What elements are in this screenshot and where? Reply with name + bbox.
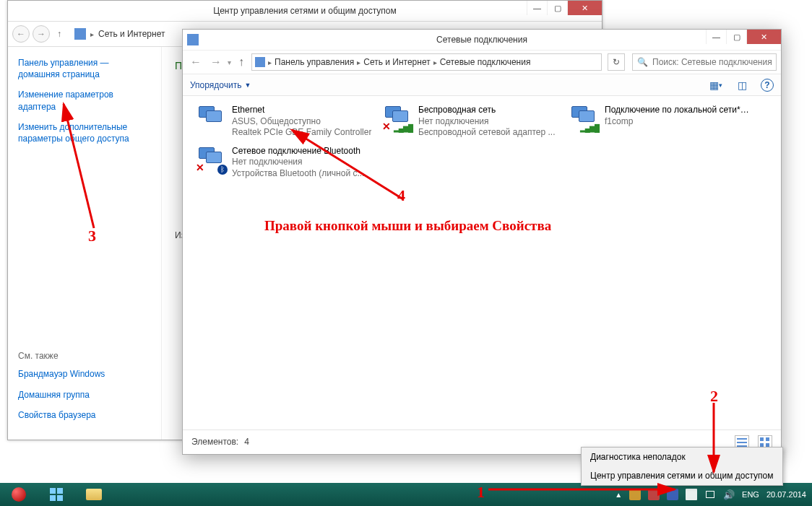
search-icon: 🔍 bbox=[637, 57, 648, 67]
system-tray: ▲ 🔊 ENG 20.07.2014 bbox=[609, 489, 812, 500]
window-titlebar[interactable]: Центр управления сетями и общим доступом… bbox=[8, 1, 602, 21]
connection-status: ASUS, Общедоступно bbox=[232, 116, 371, 128]
chevron-down-icon: ▼ bbox=[244, 82, 251, 89]
connection-name: Беспроводная сеть bbox=[418, 105, 556, 116]
forward-button[interactable]: → bbox=[33, 25, 50, 43]
connection-icon bbox=[196, 105, 226, 132]
sidebar-link-home[interactable]: Панель управления — домашняя страница bbox=[18, 57, 151, 80]
wifi-signal-icon: ▂▄▆█ bbox=[394, 124, 413, 132]
chevron-right-icon: ▸ bbox=[433, 58, 437, 66]
back-button[interactable]: ← bbox=[12, 25, 30, 43]
status-count: 4 bbox=[244, 437, 249, 447]
tray-overflow-icon[interactable]: ▲ bbox=[615, 491, 622, 499]
sidebar: Панель управления — домашняя страница Из… bbox=[8, 47, 161, 440]
opera-icon bbox=[12, 487, 26, 502]
address-bar[interactable]: ▸ Панель управления ▸ Сеть и Интернет ▸ … bbox=[251, 53, 602, 71]
sidebar-link-adapter-settings[interactable]: Изменение параметров адаптера bbox=[18, 89, 151, 112]
connection-item[interactable]: ▂▄▆█Подключение по локальной сети* 14f1c… bbox=[566, 103, 752, 140]
breadcrumb-segment[interactable]: Сеть и Интернет bbox=[363, 57, 430, 67]
connection-icon: ▂▄▆█ bbox=[569, 105, 599, 132]
tray-context-menu: Диагностика неполадок Центр управления с… bbox=[581, 447, 783, 486]
tray-network-icon[interactable] bbox=[704, 489, 716, 500]
tray-app-icon[interactable] bbox=[667, 489, 678, 500]
connection-item[interactable]: EthernetASUS, ОбщедоступноRealtek PCIe G… bbox=[193, 103, 379, 140]
close-button[interactable]: ✕ bbox=[567, 1, 602, 15]
disabled-x-icon: ✕ bbox=[196, 162, 204, 173]
tiles-icon bbox=[50, 488, 63, 501]
sidebar-link-homegroup[interactable]: Домашняя группа bbox=[18, 389, 151, 401]
sidebar-seealso-heading: См. также bbox=[18, 351, 151, 361]
tray-app-icon[interactable] bbox=[648, 489, 660, 500]
refresh-button[interactable]: ↻ bbox=[608, 53, 625, 71]
taskbar-app-opera[interactable] bbox=[0, 483, 38, 506]
network-connections-window: Сетевые подключения — ▢ ✕ ← → ▾ ↑ ▸ Пане… bbox=[182, 29, 782, 455]
network-icon bbox=[255, 57, 265, 67]
taskbar-left bbox=[0, 483, 113, 506]
menu-item-network-center[interactable]: Центр управления сетями и общим доступом bbox=[582, 466, 782, 485]
wifi-signal-icon: ▂▄▆█ bbox=[580, 124, 599, 132]
recent-dropdown-icon[interactable]: ▾ bbox=[228, 58, 231, 66]
tray-app-icon[interactable] bbox=[629, 489, 641, 500]
minimize-button[interactable]: — bbox=[527, 1, 547, 15]
connection-status: Нет подключения bbox=[232, 157, 364, 168]
up-icon[interactable]: ↑ bbox=[57, 29, 61, 39]
breadcrumb-segment[interactable]: Сеть и Интернет bbox=[98, 29, 165, 39]
forward-button[interactable]: → bbox=[207, 53, 225, 71]
connection-icon: ✕▂▄▆█ bbox=[382, 105, 413, 132]
menu-item-diagnose[interactable]: Диагностика неполадок bbox=[582, 448, 782, 466]
details-view-button[interactable] bbox=[735, 435, 749, 448]
sidebar-link-firewall[interactable]: Брандмауэр Windows bbox=[18, 368, 151, 380]
explorer-icon bbox=[86, 489, 102, 500]
search-box[interactable]: 🔍 bbox=[632, 53, 777, 71]
help-button[interactable]: ? bbox=[761, 79, 774, 92]
preview-pane-button[interactable]: ◫ bbox=[735, 78, 749, 92]
chevron-right-icon: ▸ bbox=[357, 58, 360, 66]
connection-text: Подключение по локальной сети* 14f1comp bbox=[605, 105, 749, 139]
organize-label: Упорядочить bbox=[190, 80, 241, 90]
up-button[interactable]: ↑ bbox=[238, 56, 244, 69]
window-controls: — ▢ ✕ bbox=[706, 30, 781, 44]
maximize-button[interactable]: ▢ bbox=[547, 1, 567, 15]
taskbar[interactable]: ▲ 🔊 ENG 20.07.2014 bbox=[0, 483, 812, 506]
sidebar-link-browser-props[interactable]: Свойства браузера bbox=[18, 409, 151, 421]
tray-language[interactable]: ENG bbox=[742, 490, 759, 499]
network-icon bbox=[74, 28, 86, 40]
view-options-button[interactable]: ▦ ▾ bbox=[709, 78, 723, 92]
tray-date: 20.07.2014 bbox=[766, 490, 806, 500]
connection-item[interactable]: ✕▂▄▆█Беспроводная сетьНет подключенияБес… bbox=[379, 103, 566, 140]
window-app-icon bbox=[187, 34, 199, 45]
taskbar-app-tiles[interactable] bbox=[38, 483, 75, 506]
connection-device: Беспроводной сетевой адаптер ... bbox=[418, 127, 556, 139]
taskbar-app-explorer[interactable] bbox=[75, 483, 113, 506]
connection-device: Устройства Bluetooth (личной с... bbox=[232, 168, 364, 180]
breadcrumb-segment[interactable]: Сетевые подключения bbox=[440, 57, 531, 67]
tray-volume-icon[interactable]: 🔊 bbox=[723, 489, 735, 500]
icons-view-button[interactable] bbox=[758, 435, 772, 448]
tray-flag-icon[interactable] bbox=[686, 489, 697, 500]
connection-status: Нет подключения bbox=[418, 116, 556, 128]
tray-clock[interactable]: 20.07.2014 bbox=[766, 490, 806, 500]
window-title: Сетевые подключения bbox=[436, 35, 527, 45]
connection-status: f1comp bbox=[605, 116, 749, 128]
chevron-right-icon: ▸ bbox=[90, 30, 94, 38]
sidebar-link-advanced-sharing[interactable]: Изменить дополнительные параметры общего… bbox=[18, 121, 151, 144]
chevron-right-icon: ▸ bbox=[268, 58, 272, 66]
connection-item[interactable]: ✕ᛒСетевое подключение BluetoothНет подкл… bbox=[193, 144, 379, 181]
connection-name: Подключение по локальной сети* 14 bbox=[605, 105, 749, 116]
maximize-button[interactable]: ▢ bbox=[726, 30, 746, 44]
connection-text: EthernetASUS, ОбщедоступноRealtek PCIe G… bbox=[232, 105, 371, 139]
connections-area[interactable]: EthernetASUS, ОбщедоступноRealtek PCIe G… bbox=[183, 96, 781, 429]
connection-text: Беспроводная сетьНет подключенияБеспрово… bbox=[418, 105, 556, 139]
back-button[interactable]: ← bbox=[187, 53, 204, 71]
connection-name: Ethernet bbox=[232, 105, 371, 116]
connection-icon: ✕ᛒ bbox=[196, 146, 226, 173]
organize-menu[interactable]: Упорядочить ▼ bbox=[190, 80, 251, 90]
address-bar-row: ← → ▾ ↑ ▸ Панель управления ▸ Сеть и Инт… bbox=[183, 50, 781, 74]
close-button[interactable]: ✕ bbox=[746, 30, 781, 44]
status-label: Элементов: bbox=[191, 437, 238, 447]
minimize-button[interactable]: — bbox=[706, 30, 726, 44]
window-controls: — ▢ ✕ bbox=[527, 1, 602, 15]
breadcrumb-segment[interactable]: Панель управления bbox=[275, 57, 354, 67]
window-titlebar[interactable]: Сетевые подключения — ▢ ✕ bbox=[183, 30, 781, 50]
search-input[interactable] bbox=[652, 57, 772, 67]
